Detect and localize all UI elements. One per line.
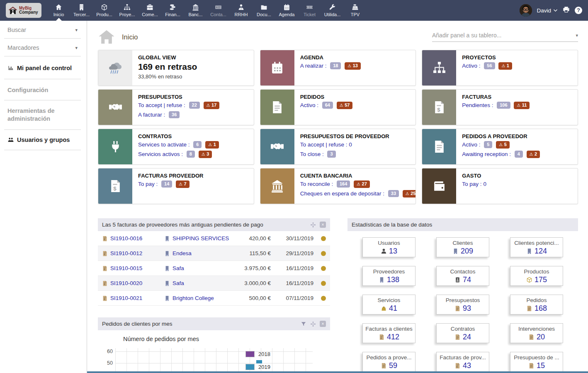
count-badge[interactable]: 5 bbox=[484, 141, 492, 148]
late-badge[interactable]: 13 bbox=[345, 62, 361, 70]
widget-presupuestos[interactable]: PRESUPUESTOS To accept | refuse : 22 17 … bbox=[98, 89, 254, 125]
stat-box-servicios[interactable]: Servicios 41 bbox=[362, 295, 415, 314]
invoice-ref-link[interactable]: SI1910-0020 bbox=[110, 280, 142, 286]
count-badge[interactable]: 6 bbox=[193, 141, 202, 148]
stat-box-contactos[interactable]: Contactos 74 bbox=[436, 266, 489, 286]
count-badge[interactable]: 164 bbox=[337, 180, 350, 188]
widget-pedidos-proveedor[interactable]: PEDIDOS A PROVEEDOR Activo : 5 5 Awaitin… bbox=[422, 129, 578, 165]
nav-item-proyectos[interactable]: Proye... bbox=[116, 0, 138, 21]
nav-item-bancos[interactable]: Banc... bbox=[184, 0, 207, 21]
move-panel-icon[interactable] bbox=[310, 222, 316, 228]
nav-item-rrhh[interactable]: RRHH bbox=[230, 0, 253, 21]
add-panel-select[interactable]: Añadir panel a su tablero... ▾ bbox=[432, 32, 578, 42]
gasto-topay-link[interactable]: To pay : bbox=[462, 181, 481, 187]
count-badge[interactable]: 64 bbox=[322, 102, 333, 109]
count-badge[interactable]: 3 bbox=[327, 151, 335, 158]
late-badge[interactable]: 5 bbox=[496, 141, 510, 149]
user-menu[interactable]: David bbox=[537, 7, 558, 14]
widget-facturas-proveedor[interactable]: FACTURAS PROVEEDOR To pay : 14 7 bbox=[98, 168, 254, 204]
sidebar-item-herramientas[interactable]: Herramientas de administración bbox=[7, 107, 78, 123]
sidebar-item-dashboard[interactable]: Mi panel de control bbox=[7, 65, 78, 71]
banco-reconcile-link[interactable]: To reconcile : bbox=[300, 181, 333, 187]
widget-proyectos[interactable]: PROYECTOS Activo : 56 1 bbox=[422, 50, 578, 86]
company-link[interactable]: SHIPPING SERVICES bbox=[173, 235, 229, 241]
count-badge[interactable]: 36 bbox=[169, 111, 180, 118]
company-link[interactable]: Safa bbox=[173, 280, 184, 286]
nav-item-utilidades[interactable]: Utilida... bbox=[321, 0, 344, 21]
print-button[interactable] bbox=[562, 6, 570, 15]
count-badge[interactable]: 56 bbox=[484, 62, 495, 69]
widget-cuenta-bancaria[interactable]: CUENTA BANCARIA To reconcile : 164 27 Ch… bbox=[260, 168, 416, 204]
company-link[interactable]: Brighton College bbox=[173, 295, 214, 301]
presuprov-close-link[interactable]: To close : bbox=[300, 151, 324, 157]
nav-item-comercial[interactable]: Come... bbox=[138, 0, 161, 21]
stat-box-proveedores[interactable]: Proveedores 138 bbox=[362, 266, 415, 286]
sidebar-item-usuarios-grupos[interactable]: Usuarios y grupos bbox=[7, 137, 78, 143]
bookmarks-select[interactable]: Marcadores ▾ bbox=[7, 44, 78, 51]
table-row[interactable]: SI1910-0016 SHIPPING SERVICES 420,00 € 3… bbox=[98, 231, 330, 246]
contratos-activate-link[interactable]: Services to activate : bbox=[138, 141, 190, 148]
nav-item-tpv[interactable]: TPV bbox=[344, 0, 367, 21]
stat-box-intervenciones[interactable]: Intervenciones 20 bbox=[510, 323, 563, 343]
filter-icon[interactable] bbox=[301, 321, 306, 327]
count-badge[interactable]: 18 bbox=[330, 62, 341, 69]
count-badge[interactable]: 106 bbox=[497, 102, 510, 109]
widget-gasto[interactable]: GASTO To pay : 0 bbox=[422, 168, 578, 204]
factprov-topay-link[interactable]: To pay : bbox=[138, 181, 158, 187]
stat-box-presupuestos[interactable]: Presupuestos 93 bbox=[436, 295, 489, 314]
count-badge[interactable]: 14 bbox=[161, 180, 172, 188]
stat-box-clientes[interactable]: Clientes 209 bbox=[436, 237, 489, 257]
stat-box-clientes-potenciales[interactable]: Clientes potenci... 124 bbox=[510, 237, 563, 257]
widget-facturas[interactable]: FACTURAS Pendientes : 106 11 bbox=[422, 89, 578, 125]
company-link[interactable]: Endesa bbox=[173, 250, 192, 256]
stat-box-pedidos-proveedor[interactable]: Pedidos a prove... 59 bbox=[362, 352, 415, 372]
nav-item-agenda[interactable]: Agenda bbox=[275, 0, 298, 21]
pedidosprov-activo-link[interactable]: Activo : bbox=[462, 141, 480, 148]
late-badge[interactable]: 1 bbox=[498, 62, 512, 70]
count-badge[interactable]: 22 bbox=[189, 102, 200, 109]
table-row[interactable]: SI1910-0020 Safa 3.000,00 € 16/11/2019 bbox=[98, 276, 330, 291]
stat-box-presupuesto-proveedor[interactable]: Presupuesto de ... 15 bbox=[510, 352, 563, 372]
count-badge[interactable]: 33 bbox=[388, 190, 399, 197]
agenda-todo-link[interactable]: A realizar : bbox=[300, 63, 327, 69]
widget-global-view[interactable]: GLOBAL VIEW 169 en retraso 33,80% en ret… bbox=[98, 50, 254, 86]
nav-item-ticket[interactable]: Ticket bbox=[298, 0, 321, 21]
widget-agenda[interactable]: AGENDA A realizar : 18 13 bbox=[260, 50, 416, 86]
stat-box-contratos[interactable]: Contratos 24 bbox=[436, 323, 489, 343]
close-panel-icon[interactable]: × bbox=[320, 321, 326, 327]
stat-box-facturas-clientes[interactable]: Facturas a clientes 412 bbox=[362, 323, 415, 343]
presuprov-accept-link[interactable]: To accept | refuse : bbox=[300, 141, 347, 148]
late-badge[interactable]: 17 bbox=[204, 102, 220, 109]
pedidos-activo-link[interactable]: Activo : bbox=[300, 102, 318, 108]
banco-cheques-link[interactable]: Cheques en espera de depositar : bbox=[300, 190, 384, 197]
table-row[interactable]: SI1910-0015 Safa 3.975,00 € 16/11/2019 bbox=[98, 261, 330, 276]
stat-box-pedidos[interactable]: Pedidos 168 bbox=[510, 295, 563, 314]
widget-presupuestos-proveedor[interactable]: PRESUPUESTOS DE PROVEEDOR To accept | re… bbox=[260, 129, 416, 165]
late-badge[interactable]: 3 bbox=[199, 151, 212, 158]
late-badge[interactable]: 27 bbox=[354, 180, 370, 188]
late-badge[interactable]: 25 bbox=[403, 190, 416, 197]
stat-box-facturas-proveedor[interactable]: Facturas de prov... 43 bbox=[436, 352, 489, 372]
pedidosprov-awaiting-link[interactable]: Awaiting reception : bbox=[462, 151, 511, 157]
nav-item-productos[interactable]: Produ... bbox=[93, 0, 116, 21]
invoice-ref-link[interactable]: SI1910-0012 bbox=[110, 250, 142, 256]
nav-item-contabilidad[interactable]: Conta... bbox=[207, 0, 230, 21]
help-button[interactable]: ? bbox=[575, 7, 582, 14]
nav-item-inicio[interactable]: Inicio bbox=[47, 0, 70, 21]
invoice-ref-link[interactable]: SI1910-0021 bbox=[110, 295, 142, 301]
widget-pedidos[interactable]: PEDIDOS Activo : 64 57 bbox=[260, 89, 416, 125]
count-badge[interactable]: 4 bbox=[515, 151, 523, 158]
invoice-ref-link[interactable]: SI1910-0016 bbox=[110, 235, 142, 241]
sidebar-item-configuracion[interactable]: Configuración bbox=[7, 87, 78, 93]
proyectos-activo-link[interactable]: Activo : bbox=[462, 63, 480, 69]
widget-contratos[interactable]: CONTRATOS Services to activate : 6 1 Ser… bbox=[98, 129, 254, 165]
user-avatar[interactable] bbox=[520, 4, 532, 17]
search-select[interactable]: Buscar ▾ bbox=[7, 27, 78, 33]
company-link[interactable]: Safa bbox=[173, 265, 184, 271]
nav-item-terceros[interactable]: Tercer... bbox=[70, 0, 93, 21]
nav-item-finanzas[interactable]: Finan... bbox=[161, 0, 184, 21]
facturas-pendientes-link[interactable]: Pendientes : bbox=[462, 102, 493, 108]
horizontal-scrollbar[interactable] bbox=[87, 371, 588, 373]
presupuestos-accept-link[interactable]: To accept | refuse : bbox=[138, 102, 185, 108]
invoice-ref-link[interactable]: SI1910-0015 bbox=[110, 265, 142, 271]
